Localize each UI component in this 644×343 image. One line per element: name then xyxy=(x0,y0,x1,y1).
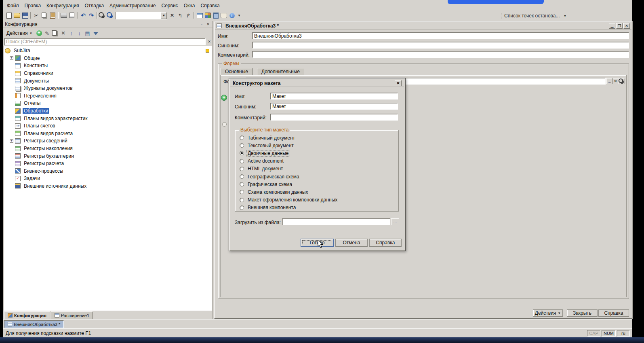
close-window-button[interactable]: Закрыть xyxy=(567,309,598,317)
tree-item[interactable]: + Регистры накопления xyxy=(4,145,212,152)
tree-item[interactable]: + Задачи xyxy=(4,175,212,182)
menu-item[interactable]: Файл xyxy=(4,2,22,9)
tree-item[interactable]: + Регистры бухгалтерии xyxy=(4,152,212,160)
windows-icon[interactable] xyxy=(196,11,204,19)
tree-item[interactable]: + Планы счетов xyxy=(4,122,212,130)
chevron-down-icon[interactable]: ▼ xyxy=(238,14,241,17)
tree-item[interactable]: + Регистры расчета xyxy=(4,160,212,167)
layout-type-radio[interactable]: Внешняя компонента xyxy=(235,204,399,212)
find-replace-icon[interactable] xyxy=(107,11,115,19)
move-up-icon[interactable] xyxy=(67,29,76,37)
layout-type-radio[interactable]: Табличный документ xyxy=(235,134,399,142)
actions-button[interactable]: Действия▼ xyxy=(533,309,563,317)
expand-toggle-icon[interactable]: + xyxy=(10,139,13,143)
minimize-button[interactable]: ▁ xyxy=(609,23,615,29)
undo-icon[interactable] xyxy=(79,11,87,19)
move-down-icon[interactable] xyxy=(76,29,84,37)
tree-item[interactable]: + Регистры сведений xyxy=(4,137,212,145)
search-input[interactable]: Поиск (Ctrl+Alt+M) xyxy=(4,38,206,45)
browse-file-button[interactable]: ... xyxy=(391,218,399,225)
find-next-icon[interactable] xyxy=(184,11,192,19)
done-button[interactable]: Готово xyxy=(301,239,333,246)
layout-type-radio[interactable]: HTML документ xyxy=(235,165,399,173)
menu-item[interactable]: Администрирование xyxy=(107,2,158,9)
menu-item[interactable]: Правка xyxy=(22,2,44,9)
find-icon[interactable] xyxy=(99,11,107,19)
document-window-titlebar[interactable]: ВнешняяОбработка3 * ▁ ❐ ✕ xyxy=(215,22,631,30)
tree-item[interactable]: + Справочники xyxy=(4,70,212,77)
save-icon[interactable] xyxy=(21,11,29,19)
redo-icon[interactable] xyxy=(87,11,95,19)
dialog-synonym-field[interactable]: Макет xyxy=(270,103,398,110)
pin-icon[interactable]: ▫ xyxy=(199,22,204,27)
book-icon[interactable] xyxy=(220,11,228,19)
layout-type-radio[interactable]: Графическая схема xyxy=(235,180,399,188)
menu-item[interactable]: Отладка xyxy=(82,2,107,9)
layout-type-radio[interactable]: Макет оформления компоновки данных xyxy=(235,196,399,204)
dialog-help-button[interactable]: Справка xyxy=(370,239,401,246)
tree-item[interactable]: + Обработки xyxy=(4,107,212,115)
synonym-field[interactable] xyxy=(252,42,629,49)
layout-type-radio[interactable]: Текстовый документ xyxy=(235,142,399,149)
menu-item[interactable]: Сервис xyxy=(159,2,181,9)
layout-type-radio[interactable]: Active document xyxy=(235,157,399,165)
tree-item[interactable]: + Бизнес-процессы xyxy=(4,167,212,175)
search-combobox[interactable]: ▼ xyxy=(116,12,167,19)
tree-item[interactable]: + Планы видов характеристик xyxy=(4,114,212,122)
tree-item[interactable]: + Константы xyxy=(4,62,212,70)
filter-icon[interactable] xyxy=(92,29,100,37)
print-icon[interactable] xyxy=(60,11,68,19)
close-icon[interactable]: ✕ xyxy=(395,80,402,86)
tree-item[interactable]: + Планы видов расчета xyxy=(4,130,212,138)
tree-item[interactable]: + Общие xyxy=(4,55,212,62)
clear-search-icon[interactable] xyxy=(168,11,176,19)
add-icon[interactable] xyxy=(35,29,43,37)
calculator-icon[interactable] xyxy=(212,11,220,19)
actions-menu-button[interactable]: Действия▼ xyxy=(4,29,35,37)
panel-tab[interactable]: Конфигурация xyxy=(4,311,50,319)
tree-item[interactable]: + Внешние источники данных xyxy=(4,182,212,190)
comment-field[interactable] xyxy=(252,51,629,58)
list-icon[interactable] xyxy=(84,29,92,37)
forms-tab[interactable]: Дополнительные xyxy=(257,68,304,75)
designer-icon[interactable] xyxy=(204,11,212,19)
info-icon[interactable] xyxy=(228,11,236,19)
layout-type-radio[interactable]: Географическая схема xyxy=(235,173,399,180)
name-field[interactable]: ВнешняяОбработка3 xyxy=(252,32,629,39)
chevron-down-icon[interactable]: ▼ xyxy=(161,12,167,19)
menu-item[interactable]: Конфигурация xyxy=(44,2,82,9)
breakpoints-label[interactable]: Список точек останова... xyxy=(504,13,560,19)
edit-icon[interactable] xyxy=(43,29,51,37)
expand-toggle-icon[interactable]: + xyxy=(10,56,13,60)
dialog-comment-field[interactable] xyxy=(270,114,398,121)
help-button[interactable]: Справка xyxy=(598,309,629,317)
new-document-icon[interactable] xyxy=(5,11,13,19)
close-button[interactable]: ✕ xyxy=(623,23,630,29)
chevron-down-icon[interactable]: ▼ xyxy=(563,14,566,18)
dialog-name-field[interactable]: Макет xyxy=(270,93,398,100)
restore-button[interactable]: ❐ xyxy=(616,23,623,29)
layout-type-radio[interactable]: Схема компоновки данных xyxy=(235,188,399,196)
add-form-button[interactable]: + xyxy=(221,95,227,101)
paste-icon[interactable] xyxy=(48,11,57,19)
tree-item[interactable]: + Отчеты xyxy=(4,100,212,107)
tree-item[interactable]: + Перечисления xyxy=(4,92,212,100)
menu-item[interactable]: Окна xyxy=(181,2,198,9)
tree-item[interactable]: + SubJira xyxy=(4,47,212,55)
clear-field-icon[interactable]: ✕ xyxy=(613,78,618,84)
window-tab[interactable]: ВнешняяОбработка3 * xyxy=(4,320,64,328)
forms-tab[interactable]: Основные xyxy=(221,68,253,75)
tree-item[interactable]: + Журналы документов xyxy=(4,85,212,92)
browse-button[interactable]: ... xyxy=(606,78,612,84)
copy-item-icon[interactable] xyxy=(51,29,59,37)
cut-icon[interactable] xyxy=(32,11,40,19)
find-previous-icon[interactable] xyxy=(176,11,184,19)
dialog-titlebar[interactable]: Конструктор макета ✕ xyxy=(230,80,404,87)
panel-tab[interactable]: Расширение1 xyxy=(51,311,93,319)
delete-icon[interactable] xyxy=(59,29,67,37)
menu-item[interactable]: Справка xyxy=(198,2,223,9)
cancel-button[interactable]: Отмена xyxy=(336,239,367,246)
clear-search-icon[interactable]: ✕ xyxy=(206,39,212,44)
copy-icon[interactable] xyxy=(40,11,48,19)
open-icon[interactable] xyxy=(13,11,21,19)
